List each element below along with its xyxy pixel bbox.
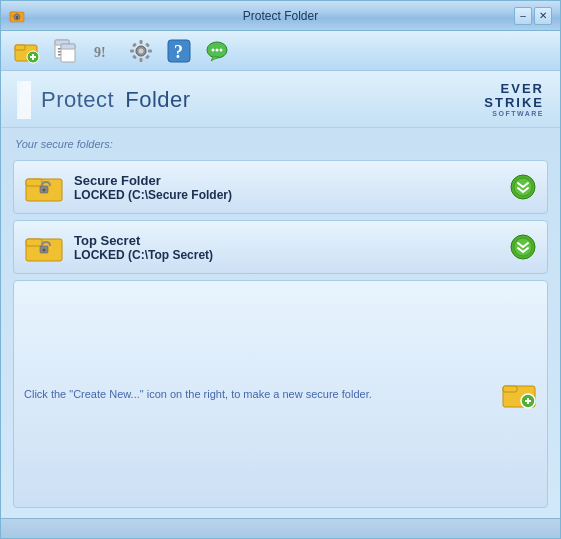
svg-point-18: [139, 48, 144, 53]
secure-folder-item[interactable]: Secure Folder LOCKED (C:\Secure Folder): [13, 160, 548, 214]
svg-point-33: [220, 48, 223, 51]
help-button[interactable]: ?: [163, 35, 195, 67]
svg-rect-49: [503, 386, 517, 392]
svg-point-32: [216, 48, 219, 51]
svg-point-31: [212, 48, 215, 51]
svg-rect-20: [140, 58, 143, 62]
create-hint-text: Click the "Create New..." icon on the ri…: [24, 388, 491, 400]
folder-2-icon: [24, 229, 64, 265]
brand-line1: EVER: [501, 82, 544, 96]
svg-rect-26: [145, 54, 150, 59]
svg-rect-25: [132, 54, 137, 59]
main-content: Your secure folders: Secure Folder LOCKE…: [1, 128, 560, 518]
brand-line2: STRIKE: [484, 96, 544, 110]
folder-1-unlock-button[interactable]: [509, 173, 537, 201]
top-secret-folder-item[interactable]: Top Secret LOCKED (C:\Top Secret): [13, 220, 548, 274]
svg-rect-3: [16, 16, 18, 19]
toolbar: 9! ?: [1, 31, 560, 71]
header-area: Protect Folder EVER STRIKE SOFTWARE: [1, 71, 560, 128]
svg-point-45: [43, 249, 46, 252]
header-title-part2: Folder: [125, 87, 190, 113]
folder-1-text: Secure Folder LOCKED (C:\Secure Folder): [74, 173, 499, 202]
window-title: Protect Folder: [243, 9, 318, 23]
title-bar: Protect Folder – ✕: [1, 1, 560, 31]
status-bar: [1, 518, 560, 538]
svg-rect-52: [527, 398, 529, 404]
properties-button[interactable]: [49, 35, 81, 67]
folder-2-unlock-button[interactable]: [509, 233, 537, 261]
svg-rect-21: [130, 49, 134, 52]
svg-text:9!: 9!: [94, 45, 106, 60]
folder-1-icon: [24, 169, 64, 205]
svg-text:?: ?: [174, 42, 183, 62]
folder-2-name: Top Secret: [74, 233, 499, 248]
folder-2-text: Top Secret LOCKED (C:\Top Secret): [74, 233, 499, 262]
svg-rect-8: [32, 54, 34, 60]
svg-rect-43: [26, 239, 42, 246]
create-new-area: Click the "Create New..." icon on the ri…: [13, 280, 548, 508]
settings-button[interactable]: [125, 35, 157, 67]
brand-line3: SOFTWARE: [492, 110, 544, 118]
window-controls: – ✕: [514, 7, 552, 25]
folder-1-path: LOCKED (C:\Secure Folder): [74, 188, 499, 202]
folder-1-name: Secure Folder: [74, 173, 499, 188]
header-title-part1: Protect: [41, 87, 114, 113]
svg-rect-24: [145, 42, 150, 47]
title-bar-left: [9, 8, 25, 24]
svg-rect-15: [61, 44, 75, 49]
window-icon: [9, 8, 25, 24]
feedback-button[interactable]: [201, 35, 233, 67]
svg-point-39: [43, 189, 46, 192]
app-header-title: Protect Folder: [17, 81, 191, 119]
folder-2-path: LOCKED (C:\Top Secret): [74, 248, 499, 262]
svg-rect-19: [140, 40, 143, 44]
close-button[interactable]: ✕: [534, 7, 552, 25]
main-window: Protect Folder – ✕: [0, 0, 561, 539]
svg-rect-37: [26, 179, 42, 186]
svg-rect-23: [132, 42, 137, 47]
brand-logo: EVER STRIKE SOFTWARE: [484, 82, 544, 118]
create-new-button[interactable]: [501, 376, 537, 412]
options-button[interactable]: 9!: [87, 35, 119, 67]
svg-rect-5: [15, 45, 25, 50]
add-folder-button[interactable]: [11, 35, 43, 67]
minimize-button[interactable]: –: [514, 7, 532, 25]
svg-rect-22: [148, 49, 152, 52]
section-label: Your secure folders:: [13, 138, 548, 150]
